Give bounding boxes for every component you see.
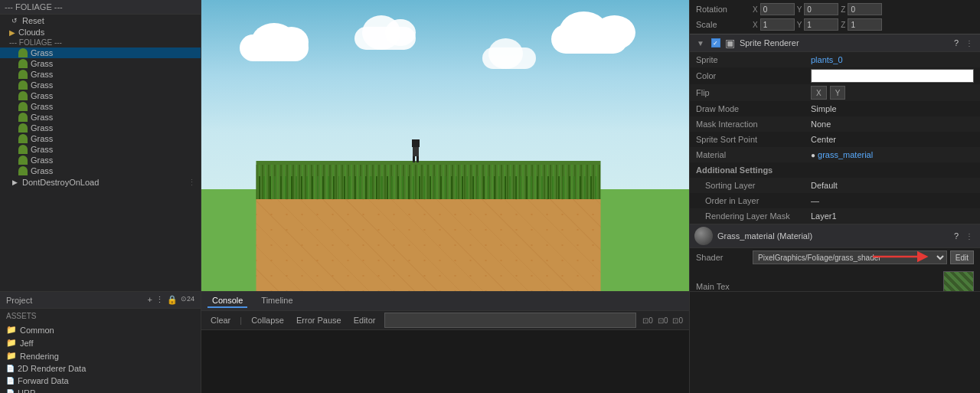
assets-content: ASSETS 📁 Common 📁 Jeff 📁 Rendering 📄 2D … [0, 309, 201, 393]
error-pause-btn[interactable]: Error Pause [293, 315, 345, 326]
flip-row: Flip X Y [690, 84, 980, 101]
project-header: Project + ⋮ 🔒 ⊙24 [0, 292, 201, 309]
shader-edit-btn[interactable]: Edit [950, 251, 974, 264]
scale-y-input[interactable] [804, 18, 838, 31]
rotation-y-input[interactable] [804, 3, 838, 15]
material-title: Grass_material (Material) [717, 231, 812, 241]
asset-common[interactable]: 📁 Common [6, 323, 194, 336]
sprite-value[interactable]: plants_0 [811, 55, 843, 64]
asset-urp[interactable]: 📄 URP [6, 387, 194, 393]
scale-x-input[interactable] [760, 18, 795, 31]
shader-arrow-annotation [873, 249, 934, 266]
grass-icon [18, 59, 28, 68]
cloud-2 [354, 15, 431, 50]
rotation-x-input[interactable] [760, 3, 795, 15]
rendering-layer-mask-label: Rendering Layer Mask [696, 211, 811, 221]
shader-row: Shader PixelGraphics/Foliage/grass_shade… [690, 248, 980, 267]
hierarchy-item-reset[interactable]: ↺ Reset [0, 15, 201, 27]
order-in-layer-row: Order in Layer — [690, 193, 980, 208]
project-add-btn[interactable]: + [148, 295, 152, 305]
hierarchy-item-grass-8[interactable]: Grass [0, 123, 201, 133]
character-body [413, 147, 419, 156]
flip-y-btn[interactable]: Y [830, 86, 846, 100]
console-tab[interactable]: Console [207, 294, 247, 308]
console-panel: Console Timeline Clear | Collapse Error … [201, 292, 689, 393]
hierarchy-item-grass-6[interactable]: Grass [0, 101, 201, 112]
texture-preview[interactable] [943, 271, 974, 291]
game-view [201, 0, 689, 291]
file-urp-icon: 📄 [6, 389, 15, 393]
asset-2d-renderer[interactable]: 📄 2D Renderer Data [6, 362, 194, 375]
additional-settings-row: Additional Settings [690, 162, 980, 178]
component-toggle-btn[interactable]: ▼ [694, 38, 707, 48]
project-count: ⊙24 [181, 295, 194, 305]
hierarchy-item-dontdestroy[interactable]: ▶ DontDestroyOnLoad ⋮ [0, 176, 201, 188]
grass-icon [18, 102, 28, 111]
bottom-right-panel [689, 292, 980, 393]
file-forward-icon: 📄 [6, 377, 15, 385]
grass-icon [18, 134, 28, 143]
sprite-renderer-icon: ▣ [725, 37, 735, 49]
material-inspector-header: Grass_material (Material) ? ⋮ [690, 224, 980, 248]
sprite-sort-point-label: Sprite Sort Point [696, 135, 811, 144]
sprite-renderer-menu-icon: ? [954, 38, 959, 47]
flip-x-btn[interactable]: X [811, 86, 827, 100]
clear-btn[interactable]: Clear [207, 315, 234, 326]
timeline-tab[interactable]: Timeline [256, 294, 297, 308]
asset-rendering[interactable]: 📁 Rendering [6, 349, 194, 362]
grass-icon [18, 145, 28, 154]
hierarchy-item-grass-4[interactable]: Grass [0, 80, 201, 90]
folder-jeff-icon: 📁 [6, 338, 17, 348]
color-row: Color [690, 67, 980, 84]
cloud-3 [551, 11, 651, 54]
material-icon: ● [811, 151, 815, 159]
rendering-layer-mask-value: Layer1 [811, 211, 974, 221]
collapse-btn[interactable]: Collapse [248, 315, 287, 326]
folder-icon: ▶ [9, 28, 15, 37]
cloud-1 [240, 23, 332, 61]
hierarchy-item-grass-11[interactable]: Grass [0, 155, 201, 165]
mask-interaction-value: None [811, 120, 974, 129]
platform-grass [256, 161, 600, 199]
main-tex-row: Main Tex [690, 270, 980, 291]
hierarchy-item-foliage: --- FOLIAGE --- [0, 38, 201, 47]
component-enabled-checkbox[interactable]: ✓ [711, 38, 720, 47]
asset-jeff[interactable]: 📁 Jeff [6, 336, 194, 349]
sprite-sort-point-value: Center [811, 135, 974, 144]
asset-forward-data[interactable]: 📄 Forward Data [6, 375, 194, 387]
warning-count: ⊡0 [658, 316, 668, 325]
hierarchy-item-grass-1[interactable]: Grass [0, 47, 201, 58]
material-circle-icon [694, 227, 713, 245]
lock-icon[interactable]: 🔒 [167, 295, 178, 305]
hierarchy-item-clouds[interactable]: ▶ Clouds [0, 27, 201, 38]
material-inspector-section: Grass_material (Material) ? ⋮ Shader Pix… [690, 224, 980, 291]
material-overflow-btn[interactable]: ⋮ [963, 231, 975, 241]
material-label: Material [696, 150, 811, 159]
material-row: Material ● grass_material [690, 147, 980, 162]
character-head [412, 139, 420, 147]
console-icons: ⊡0 ⊡0 ⊡0 [642, 316, 683, 325]
viewport-panel[interactable] [201, 0, 689, 291]
cloud-4 [482, 38, 551, 69]
hierarchy-item-grass-12[interactable]: Grass [0, 165, 201, 176]
platform-dirt [256, 199, 600, 291]
hierarchy-item-grass-7[interactable]: Grass [0, 112, 201, 123]
red-arrow-shader [873, 249, 934, 264]
project-menu-btn[interactable]: ⋮ [155, 295, 164, 305]
console-search-input[interactable] [384, 313, 636, 328]
editor-btn[interactable]: Editor [351, 315, 379, 326]
hierarchy-item-grass-9[interactable]: Grass [0, 133, 201, 144]
order-in-layer-value: — [811, 196, 974, 205]
inspector-panel: Rotation X Y Z Scale X Y Z [689, 0, 980, 291]
material-value[interactable]: grass_material [818, 150, 974, 159]
scale-label: Scale [696, 20, 750, 29]
hierarchy-item-grass-10[interactable]: Grass [0, 144, 201, 155]
hierarchy-item-grass-5[interactable]: Grass [0, 90, 201, 101]
color-swatch[interactable] [811, 69, 974, 83]
scale-z-input[interactable] [848, 18, 882, 31]
hierarchy-item-grass-2[interactable]: Grass [0, 58, 201, 69]
sprite-renderer-overflow-btn[interactable]: ⋮ [963, 38, 975, 48]
hierarchy-item-grass-3[interactable]: Grass [0, 69, 201, 80]
bottom-area: Project + ⋮ 🔒 ⊙24 ASSETS 📁 Common 📁 Jeff… [0, 291, 980, 393]
rotation-z-input[interactable] [848, 3, 882, 15]
